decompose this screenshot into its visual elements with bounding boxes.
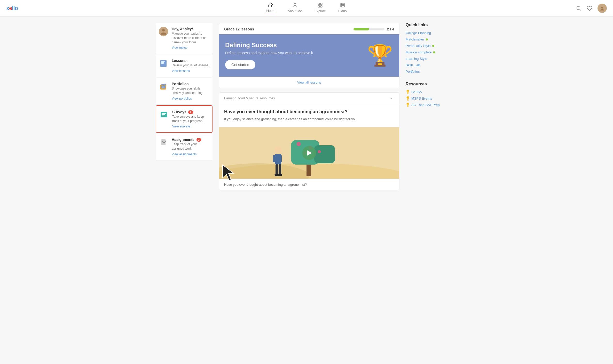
- personality-complete-dot: [432, 45, 434, 47]
- progress-wrap: 2 / 4: [353, 27, 394, 31]
- main-content: Hey, Ashley! Manage your topics to disco…: [152, 17, 461, 197]
- center-content: Grade 12 lessons 2 / 4 Defining Success …: [219, 23, 399, 190]
- play-button[interactable]: [302, 146, 316, 160]
- svg-rect-4: [321, 6, 322, 7]
- svg-point-10: [162, 29, 165, 31]
- lessons-card: Grade 12 lessons 2 / 4 Defining Success …: [219, 23, 399, 88]
- svg-point-6: [577, 6, 580, 10]
- user-avatar[interactable]: [598, 4, 607, 13]
- left-sidebar: Hey, Ashley! Manage your topics to disco…: [156, 23, 213, 190]
- svg-rect-22: [162, 113, 166, 114]
- nav-plans[interactable]: Plans: [338, 2, 347, 14]
- greeting-text: Hey, Ashley! Manage your topics to disco…: [172, 27, 209, 50]
- career-card: Farming, food & natural resources ··· Ha…: [219, 92, 399, 190]
- surveys-badge: 2: [188, 110, 193, 114]
- view-assignments-link[interactable]: View assignments: [172, 152, 197, 156]
- svg-rect-38: [279, 155, 282, 162]
- ql-learning-style[interactable]: Learning Style: [406, 57, 457, 61]
- career-title: Have you ever thought about becoming an …: [224, 109, 394, 115]
- mission-complete-dot: [433, 51, 435, 53]
- svg-point-8: [601, 6, 603, 8]
- view-topics-link[interactable]: View topics: [172, 46, 187, 50]
- surveys-icon: [159, 110, 169, 119]
- greeting-avatar: [159, 27, 168, 36]
- favorites-icon[interactable]: [587, 5, 592, 11]
- ql-college-planning[interactable]: College Planning: [406, 31, 457, 35]
- lesson-desc: Define success and explore how you want …: [225, 51, 313, 55]
- assignments-text: Assignments 2 Keep track of your assigne…: [172, 137, 209, 156]
- lesson-hero-text: Defining Success Define success and expl…: [225, 42, 313, 69]
- lesson-hero: Defining Success Define success and expl…: [219, 34, 399, 77]
- svg-rect-24: [162, 116, 164, 116]
- ql-skills-lab[interactable]: Skills Lab: [406, 63, 457, 67]
- sidebar-lessons[interactable]: Lessons Review your list of lessons. Vie…: [156, 54, 213, 77]
- ql-mission-complete[interactable]: Mission complete: [406, 50, 457, 54]
- sidebar-assignments[interactable]: Assignments 2 Keep track of your assigne…: [156, 133, 213, 160]
- career-bottom-text: Have you ever thought about becoming an …: [219, 179, 399, 190]
- key-icon: 🔑: [405, 89, 411, 95]
- ql-portfolios[interactable]: Portfolios: [406, 70, 457, 74]
- quick-links-heading: Quick links: [406, 23, 457, 27]
- view-all-lessons-link[interactable]: View all lessons: [219, 77, 399, 88]
- lessons-text: Lessons Review your list of lessons. Vie…: [172, 59, 209, 73]
- career-category: Farming, food & natural resources: [224, 96, 275, 100]
- header-actions: [576, 4, 607, 13]
- svg-rect-23: [162, 114, 165, 115]
- video-thumbnail[interactable]: [219, 127, 399, 179]
- svg-rect-37: [273, 155, 276, 162]
- svg-point-33: [318, 150, 321, 153]
- svg-rect-1: [318, 3, 320, 5]
- svg-rect-2: [321, 3, 322, 5]
- svg-rect-39: [276, 164, 278, 175]
- key-icon-2: 🔑: [405, 96, 411, 101]
- search-icon[interactable]: [576, 5, 581, 11]
- assignments-badge: 2: [197, 138, 201, 142]
- nav-home[interactable]: Home: [266, 2, 276, 14]
- progress-fill: [353, 28, 369, 30]
- view-surveys-link[interactable]: View surveys: [172, 125, 190, 128]
- ql-matchmaker[interactable]: Matchmaker: [406, 37, 457, 41]
- svg-rect-40: [279, 164, 281, 175]
- sidebar-surveys[interactable]: Surveys 2 Take surveys and keep track of…: [156, 105, 213, 133]
- svg-rect-3: [318, 6, 320, 7]
- lessons-card-header: Grade 12 lessons 2 / 4: [219, 23, 399, 34]
- ql-personality-style[interactable]: Personality Style: [406, 44, 457, 48]
- svg-point-35: [274, 147, 282, 154]
- main-nav: Home About Me Explore Plans: [266, 2, 347, 14]
- greeting-item: Hey, Ashley! Manage your topics to disco…: [156, 23, 213, 54]
- quick-links-section: Quick links College Planning Matchmaker …: [406, 23, 457, 74]
- surveys-text: Surveys 2 Take surveys and keep track of…: [172, 110, 209, 128]
- get-started-button[interactable]: Get started: [225, 60, 255, 69]
- nav-explore[interactable]: Explore: [315, 2, 326, 14]
- portfolios-icon: [159, 82, 168, 91]
- more-options-button[interactable]: ···: [390, 96, 394, 100]
- progress-text: 2 / 4: [387, 27, 394, 31]
- nav-about-me[interactable]: About Me: [288, 2, 302, 14]
- res-msps[interactable]: 🔑 MSPS Events: [406, 96, 457, 100]
- progress-bar: [353, 28, 384, 30]
- view-lessons-link[interactable]: View lessons: [172, 69, 190, 73]
- svg-rect-5: [341, 3, 344, 7]
- view-portfolios-link[interactable]: View portfolios: [172, 97, 192, 100]
- sidebar-portfolios[interactable]: Portfolios Showcase your skills, creativ…: [156, 78, 213, 105]
- assignments-icon: [159, 137, 168, 147]
- career-body: Have you ever thought about becoming an …: [219, 104, 399, 127]
- header: xello Home About Me Explore: [0, 0, 613, 17]
- svg-point-0: [294, 3, 296, 5]
- matchmaker-complete-dot: [426, 38, 428, 41]
- career-desc: If you enjoy science and gardening, then…: [224, 117, 394, 122]
- resources-section: Resources 🔑 FAFSA 🔑 MSPS Events 🔑 ACT an…: [406, 82, 457, 107]
- svg-point-31: [297, 142, 301, 146]
- svg-rect-13: [161, 62, 164, 63]
- logo[interactable]: xello: [6, 5, 18, 12]
- grade-label: Grade 12 lessons: [224, 27, 254, 31]
- svg-rect-14: [161, 63, 164, 64]
- portfolios-text: Portfolios Showcase your skills, creativ…: [172, 82, 209, 100]
- svg-rect-12: [161, 61, 165, 62]
- res-act-sat[interactable]: 🔑 ACT and SAT Prep: [406, 103, 457, 107]
- lesson-title: Defining Success: [225, 42, 313, 49]
- res-fafsa[interactable]: 🔑 FAFSA: [406, 90, 457, 94]
- key-icon-3: 🔑: [405, 102, 411, 108]
- career-tag-row: Farming, food & natural resources ···: [219, 93, 399, 104]
- trophy-icon: 🏆: [367, 45, 393, 66]
